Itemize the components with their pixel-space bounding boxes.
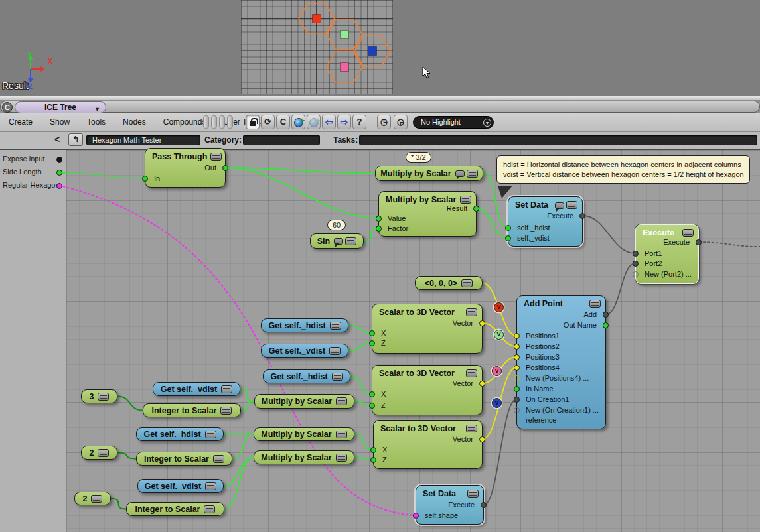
node-mult_c3[interactable]: Multiply by Scalar	[254, 427, 354, 441]
menu-tools[interactable]: Tools	[78, 117, 114, 127]
point-marker[interactable]	[341, 31, 349, 39]
tree-name-field[interactable]: Hexagon Math Tester	[86, 135, 200, 145]
port-in[interactable]	[142, 176, 148, 182]
exposed-port-dot-side-length[interactable]	[56, 170, 62, 176]
port-out-name[interactable]	[603, 322, 609, 328]
menu-icon[interactable]	[213, 455, 224, 463]
port-execute[interactable]	[579, 213, 585, 219]
node-s3v2[interactable]: Scalar to 3D VectorVectorXZ	[372, 365, 483, 415]
3d-viewport[interactable]: Y X Z Result	[0, 0, 760, 96]
port-result[interactable]	[473, 206, 479, 212]
port-on-creation1[interactable]	[514, 397, 520, 403]
comment-box[interactable]: hdist = Horizontal distance between hexa…	[496, 155, 750, 184]
port-positions1[interactable]	[514, 333, 520, 339]
port-self-hdist[interactable]	[505, 225, 511, 231]
menu-nodes[interactable]: Nodes	[114, 117, 155, 127]
highlight-dropdown[interactable]: No Highlight ▼	[413, 116, 494, 129]
port-new-positions4[interactable]	[514, 375, 520, 381]
menu-icon[interactable]	[467, 170, 478, 178]
node-setdata1[interactable]: Set DataExecuteself._hdistself._vdist	[508, 196, 583, 247]
comment-icon[interactable]	[334, 238, 343, 245]
port-z[interactable]	[370, 457, 376, 463]
chevron-down-icon[interactable]: ▼	[483, 119, 491, 127]
menu-icon[interactable]	[204, 505, 215, 513]
collapse-panel-arrow[interactable]: <	[54, 134, 60, 145]
lock-icon[interactable]	[246, 115, 260, 129]
node-setdata2[interactable]: Set DataExecuteself.shape	[416, 485, 484, 525]
port-self-shape[interactable]	[413, 513, 419, 519]
menu-icon[interactable]	[336, 431, 347, 438]
point-marker[interactable]	[313, 15, 321, 23]
exposed-port-dot-expose-input[interactable]	[56, 157, 62, 163]
node-s3v3[interactable]: Scalar to 3D VectorVectorXZ	[373, 420, 483, 469]
port-add[interactable]	[603, 312, 609, 318]
menu-icon[interactable]	[91, 495, 102, 503]
port-execute[interactable]	[481, 502, 487, 508]
viewport-grid[interactable]	[241, 0, 393, 94]
port-positions2[interactable]	[514, 344, 520, 350]
menu-icon[interactable]	[467, 490, 479, 498]
category-field[interactable]	[243, 135, 320, 145]
menu-icon[interactable]	[466, 425, 477, 432]
node-s3v1[interactable]: Scalar to 3D VectorVectorXZ	[372, 304, 483, 354]
node-int1[interactable]: Integer to Scalar	[143, 403, 241, 417]
node-get_hdist3[interactable]: Get self._hdist	[136, 427, 224, 441]
node-comment-bubble[interactable]: 60	[327, 220, 346, 230]
menu-create[interactable]: Create	[0, 117, 41, 127]
node-mult_exp[interactable]: Multiply by ScalarResultValueFactor	[378, 191, 477, 237]
menu-icon[interactable]	[220, 407, 232, 415]
menu-icon[interactable]	[210, 153, 222, 161]
port-x[interactable]	[369, 330, 375, 336]
menu-icon[interactable]	[589, 300, 601, 308]
menu-icon[interactable]	[336, 454, 347, 462]
port-port1[interactable]	[633, 251, 639, 257]
view-selector[interactable]: ICE Tree ▼	[15, 101, 106, 113]
port-value[interactable]	[376, 216, 382, 222]
port-vector[interactable]	[479, 320, 485, 326]
timer-mute-icon[interactable]: ◶	[394, 115, 408, 129]
menu-icon[interactable]	[329, 347, 341, 355]
port-factor[interactable]	[376, 226, 382, 232]
menu-icon[interactable]	[205, 431, 216, 438]
timer-icon[interactable]: ◷	[377, 115, 391, 129]
comment-icon[interactable]	[555, 202, 564, 209]
menu-show[interactable]: Show	[41, 117, 78, 127]
menu-icon[interactable]	[345, 237, 356, 245]
forward-arrow-icon[interactable]: ⇨	[337, 115, 351, 129]
port-new-port2[interactable]	[633, 271, 639, 277]
port-z[interactable]	[369, 340, 375, 346]
point-marker[interactable]	[368, 47, 377, 56]
node-get_vdist1[interactable]: Get self._vdist	[261, 344, 348, 358]
node-comment-bubble[interactable]: * 3/2	[406, 152, 431, 163]
app-logo-icon[interactable]: C	[2, 102, 13, 113]
port-positions4[interactable]	[514, 365, 520, 371]
port-x[interactable]	[369, 391, 375, 397]
node-sin[interactable]: Sin	[310, 233, 364, 249]
menu-icon[interactable]	[98, 393, 109, 401]
node-mult_top[interactable]: Multiply by Scalar	[375, 166, 483, 181]
node-get_hdist2[interactable]: Get self._hdist	[263, 369, 350, 383]
value-badge[interactable]: V	[494, 330, 504, 340]
port-self-vdist[interactable]	[505, 235, 511, 241]
port-z[interactable]	[369, 403, 375, 409]
port-port2[interactable]	[633, 261, 639, 267]
menu-icon[interactable]	[460, 196, 471, 204]
globe-disabled-icon[interactable]	[307, 115, 321, 129]
comment-icon[interactable]	[455, 170, 465, 177]
menu-icon[interactable]	[466, 369, 477, 377]
node-addpoint[interactable]: Add PointAddOut NamePositions1Positions2…	[516, 295, 606, 429]
node-get_hdist1[interactable]: Get self._hdist	[261, 318, 348, 332]
port-execute[interactable]	[696, 239, 702, 245]
tasks-field[interactable]	[359, 135, 757, 145]
point-marker[interactable]	[341, 63, 349, 72]
port-x[interactable]	[370, 447, 376, 453]
port-vector[interactable]	[479, 381, 485, 387]
node-mult_c2[interactable]: Multiply by Scalar	[254, 394, 354, 409]
node-vec0[interactable]: <0, 0, 0>	[415, 276, 483, 290]
value-badge[interactable]: V	[494, 302, 504, 312]
port-new-on-creation1[interactable]	[514, 407, 520, 413]
node-get_vdist3[interactable]: Get self._vdist	[137, 479, 224, 493]
menu-icon[interactable]	[332, 373, 343, 381]
node-n3[interactable]: 3	[81, 389, 117, 403]
port-positions3[interactable]	[514, 354, 520, 360]
